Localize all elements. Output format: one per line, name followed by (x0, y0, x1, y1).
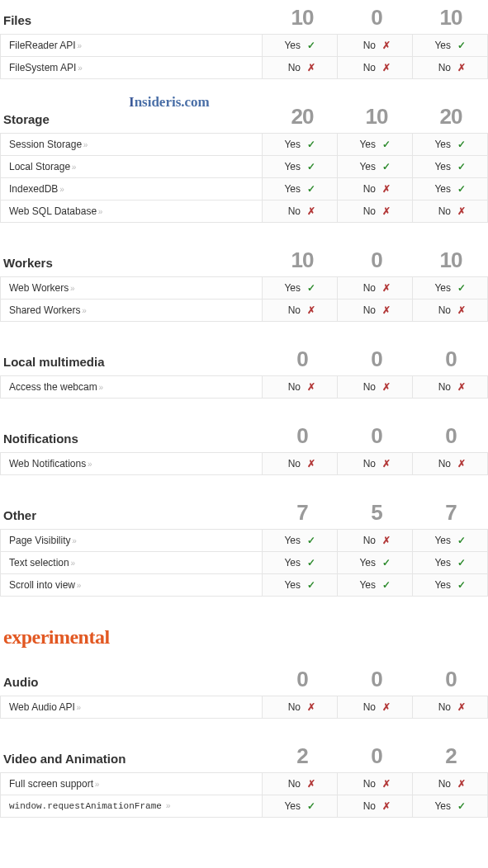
chevron-right-icon: » (97, 207, 101, 216)
chevron-right-icon: » (71, 163, 74, 172)
value-cell: No✗ (413, 200, 488, 223)
value-cell: No✗ (338, 57, 413, 79)
check-icon: ✓ (306, 557, 317, 568)
check-icon: ✓ (456, 800, 467, 812)
table-row: Web Workers »Yes✓No✗Yes✓ (1, 277, 488, 300)
cross-icon: ✗ (381, 701, 392, 713)
feature-link[interactable]: window.requestAnimationFrame » (1, 795, 263, 818)
value-cell: No✗ (413, 376, 488, 399)
cross-icon: ✗ (456, 205, 467, 217)
table-row: Session Storage »Yes✓Yes✓Yes✓ (1, 134, 488, 156)
cross-icon: ✗ (381, 304, 392, 316)
section-header: Notifications000 (0, 418, 488, 452)
value-cell: No✗ (338, 35, 413, 57)
value-cell: Yes✓ (263, 530, 338, 552)
value-cell: Yes✓ (263, 277, 338, 300)
section-header: Video and Animation202 (0, 738, 488, 772)
value-cell: Yes✓ (263, 178, 338, 200)
value-cell: Yes✓ (338, 134, 413, 156)
feature-link[interactable]: Web Notifications » (1, 453, 263, 475)
chevron-right-icon: » (69, 284, 73, 293)
section-score: 10 (265, 5, 339, 31)
value-cell: No✗ (338, 200, 413, 223)
value-cell: Yes✓ (263, 552, 338, 574)
cross-icon: ✗ (456, 458, 467, 469)
value-cell: No✗ (338, 453, 413, 475)
feature-link[interactable]: Session Storage » (1, 134, 263, 156)
feature-table: Session Storage »Yes✓Yes✓Yes✓Local Stora… (0, 133, 488, 223)
cross-icon: ✗ (306, 701, 317, 713)
value-cell: No✗ (263, 300, 338, 322)
cross-icon: ✗ (381, 778, 392, 790)
section-title: Files (3, 13, 265, 27)
value-cell: Yes✓ (263, 795, 338, 818)
cross-icon: ✗ (381, 800, 392, 812)
section-title: Audio (3, 675, 265, 689)
chevron-right-icon: » (77, 64, 80, 73)
feature-link[interactable]: Text selection » (1, 552, 263, 574)
cross-icon: ✗ (456, 778, 467, 790)
section-title: Notifications (3, 432, 265, 446)
table-row: Web SQL Database »No✗No✗No✗ (1, 200, 488, 223)
feature-link[interactable]: Web SQL Database » (1, 200, 263, 223)
feature-link[interactable]: Access the webcam » (1, 376, 263, 399)
section-title: Local multimedia (3, 355, 265, 369)
feature-link[interactable]: Local Storage » (1, 156, 263, 178)
check-icon: ✓ (306, 161, 317, 172)
feature-link[interactable]: FileSystem API » (1, 57, 263, 79)
section-score: 0 (265, 667, 339, 692)
value-cell: No✗ (413, 696, 488, 719)
check-icon: ✓ (306, 579, 317, 591)
feature-link[interactable]: Web Workers » (1, 277, 263, 300)
feature-link[interactable]: Scroll into view » (1, 574, 263, 597)
check-icon: ✓ (381, 557, 392, 568)
value-cell: No✗ (263, 376, 338, 399)
chevron-right-icon: » (76, 703, 79, 712)
cross-icon: ✗ (381, 183, 392, 195)
section-score: 10 (339, 104, 414, 130)
table-row: Full screen support »No✗No✗No✗ (1, 773, 488, 795)
section-title: Video and Animation (3, 752, 265, 766)
value-cell: Yes✓ (413, 530, 488, 552)
feature-link[interactable]: Full screen support » (1, 773, 263, 795)
value-cell: No✗ (413, 300, 488, 322)
value-cell: Yes✓ (413, 574, 488, 597)
check-icon: ✓ (306, 139, 317, 150)
chevron-right-icon: » (163, 802, 169, 811)
check-icon: ✓ (381, 161, 392, 172)
check-icon: ✓ (381, 139, 392, 150)
cross-icon: ✗ (381, 62, 392, 73)
section-score: 0 (339, 743, 414, 769)
table-row: Page Visibility »Yes✓No✗Yes✓ (1, 530, 488, 552)
value-cell: No✗ (263, 696, 338, 719)
section-score: 10 (265, 248, 339, 273)
cross-icon: ✗ (456, 62, 467, 73)
value-cell: No✗ (413, 453, 488, 475)
value-cell: No✗ (338, 773, 413, 795)
table-row: FileReader API »Yes✓No✗Yes✓ (1, 35, 488, 57)
feature-table: Full screen support »No✗No✗No✗window.req… (0, 772, 488, 818)
feature-link[interactable]: FileReader API » (1, 35, 263, 57)
cross-icon: ✗ (381, 535, 392, 546)
cross-icon: ✗ (306, 62, 317, 73)
feature-link[interactable]: IndexedDB » (1, 178, 263, 200)
check-icon: ✓ (456, 40, 467, 51)
feature-table: Web Audio API »No✗No✗No✗ (0, 696, 488, 719)
chevron-right-icon: » (87, 460, 90, 469)
table-row: Web Audio API »No✗No✗No✗ (1, 696, 488, 719)
feature-link[interactable]: Web Audio API » (1, 696, 263, 719)
cross-icon: ✗ (306, 304, 317, 316)
value-cell: No✗ (338, 376, 413, 399)
section-score: 0 (339, 5, 414, 31)
cross-icon: ✗ (306, 778, 317, 790)
check-icon: ✓ (306, 40, 317, 51)
chevron-right-icon: » (77, 41, 80, 50)
table-row: IndexedDB »Yes✓No✗Yes✓ (1, 178, 488, 200)
feature-table: Access the webcam »No✗No✗No✗ (0, 375, 488, 399)
check-icon: ✓ (456, 161, 467, 172)
check-icon: ✓ (456, 579, 467, 591)
section-score: 5 (339, 500, 414, 526)
feature-link[interactable]: Page Visibility » (1, 530, 263, 552)
check-icon: ✓ (306, 800, 317, 812)
feature-link[interactable]: Shared Workers » (1, 300, 263, 322)
